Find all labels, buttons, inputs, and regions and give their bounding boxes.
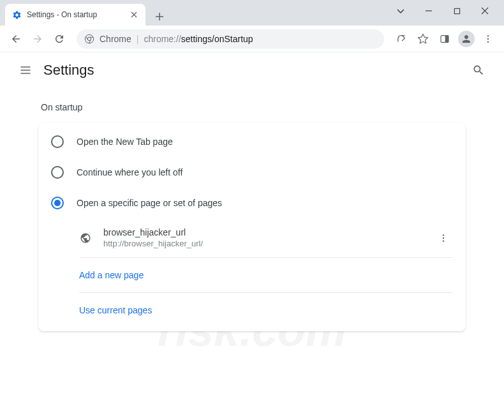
chevron-down-icon[interactable] (392, 2, 410, 20)
avatar (458, 31, 475, 47)
back-button[interactable] (6, 29, 26, 49)
browser-tab[interactable]: Settings - On startup (5, 4, 145, 26)
omnibox-scheme: Chrome (100, 34, 131, 44)
profile-button[interactable] (457, 29, 476, 49)
address-bar[interactable]: Chrome | chrome://settings/onStartup (77, 29, 384, 49)
add-page-row: Add a new page (79, 258, 453, 293)
hamburger-menu-icon[interactable] (13, 57, 38, 83)
radio-option-newtab[interactable]: Open the New Tab page (38, 126, 466, 157)
reload-button[interactable] (50, 29, 69, 49)
chrome-icon (84, 34, 94, 44)
radio-option-continue[interactable]: Continue where you left off (38, 157, 466, 188)
page-entry: browser_hijacker_url http://browser_hija… (79, 218, 453, 258)
svg-point-6 (487, 38, 489, 39)
use-current-row: Use current pages (79, 293, 453, 327)
tab-title: Settings - On startup (27, 10, 129, 19)
new-tab-button[interactable] (151, 8, 168, 26)
settings-header: Settings (0, 52, 504, 88)
page-url: http://browser_hijacker_url/ (103, 239, 434, 248)
radio-label: Open a specific page or set of pages (77, 198, 222, 208)
use-current-link[interactable]: Use current pages (79, 305, 152, 315)
svg-rect-0 (454, 8, 459, 13)
share-icon[interactable] (392, 29, 411, 49)
maximize-button[interactable] (448, 2, 466, 20)
close-icon[interactable] (129, 10, 139, 20)
minimize-button[interactable] (420, 2, 438, 20)
kebab-menu-icon[interactable] (478, 29, 498, 49)
radio-icon (51, 197, 64, 209)
browser-toolbar: Chrome | chrome://settings/onStartup (0, 26, 504, 52)
forward-button[interactable] (28, 29, 47, 49)
add-page-link[interactable]: Add a new page (79, 270, 144, 280)
page-kebab-menu[interactable] (434, 229, 453, 248)
close-button[interactable] (476, 2, 494, 20)
gear-icon (11, 10, 22, 20)
svg-point-5 (487, 35, 489, 36)
svg-point-7 (487, 41, 489, 42)
radio-option-specific[interactable]: Open a specific page or set of pages (38, 188, 466, 218)
svg-point-9 (443, 237, 444, 238)
bookmark-icon[interactable] (413, 29, 433, 49)
search-icon[interactable] (466, 57, 491, 83)
radio-icon (51, 166, 64, 179)
radio-label: Open the New Tab page (77, 137, 173, 147)
settings-content: On startup Open the New Tab page Continu… (0, 88, 504, 331)
page-title: Settings (43, 62, 94, 79)
window-controls (383, 0, 504, 26)
svg-rect-4 (445, 35, 448, 42)
startup-card: Open the New Tab page Continue where you… (38, 123, 466, 331)
svg-point-8 (443, 234, 444, 236)
globe-icon (79, 232, 92, 244)
window-titlebar: Settings - On startup (0, 0, 504, 26)
radio-label: Continue where you left off (77, 167, 182, 177)
pages-list: browser_hijacker_url http://browser_hija… (38, 218, 466, 327)
sidepanel-icon[interactable] (435, 29, 454, 49)
section-title: On startup (38, 102, 466, 112)
page-name: browser_hijacker_url (103, 227, 434, 237)
radio-icon (51, 135, 64, 148)
svg-point-10 (443, 240, 444, 241)
